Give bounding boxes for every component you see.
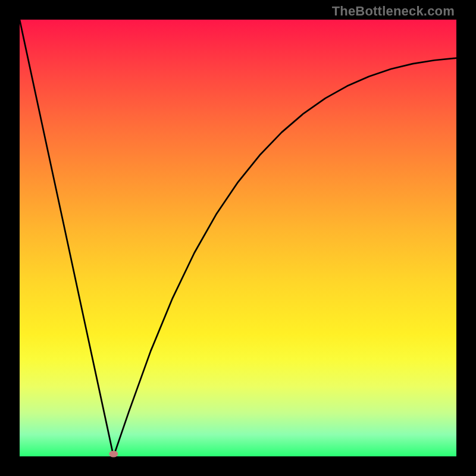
chart-frame: TheBottleneck.com (0, 0, 476, 476)
attribution-label: TheBottleneck.com (332, 4, 455, 19)
gradient-plot-area (20, 20, 456, 456)
